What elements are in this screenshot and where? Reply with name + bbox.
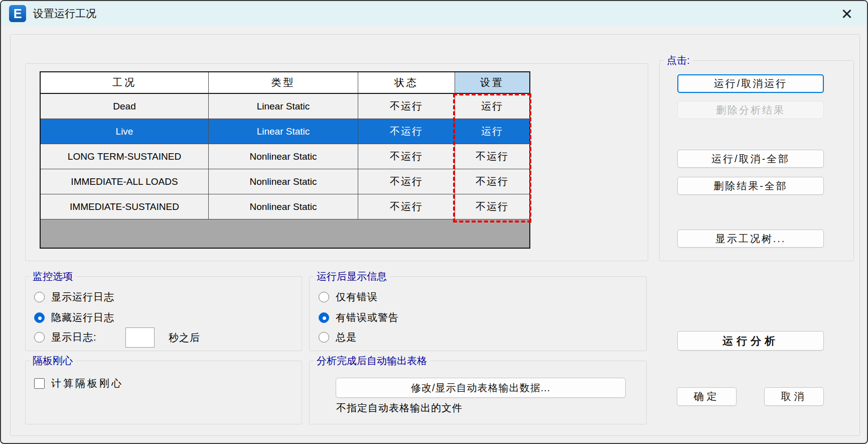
- run-cancel-run-button[interactable]: 运行/取消运行: [677, 74, 824, 93]
- cell-set-action[interactable]: 不运行: [455, 194, 529, 219]
- auto-table-output-title: 分析完成后自动输出表格: [314, 354, 430, 367]
- cell-set-action[interactable]: 不运行: [455, 169, 529, 194]
- run-analysis-button[interactable]: 运行分析: [677, 331, 824, 351]
- cell-status: 不运行: [358, 194, 455, 219]
- seconds-suffix-label: 秒之后: [169, 331, 200, 345]
- cell-case: IMMEDIATE-SUSTAINED: [41, 194, 209, 219]
- table-row-immediate-sustained[interactable]: IMMEDIATE-SUSTAINED Nonlinear Static 不运行…: [41, 194, 529, 219]
- radio-label: 显示日志:: [51, 330, 97, 344]
- diaphragm-center-title: 隔板刚心: [30, 354, 76, 367]
- cell-case: Live: [41, 119, 209, 144]
- col-header-case: 工况: [41, 72, 209, 94]
- radio-only-errors[interactable]: 仅有错误: [319, 290, 378, 303]
- close-icon[interactable]: ✕: [838, 5, 856, 23]
- checkbox-label: 计算隔板刚心: [51, 377, 123, 390]
- titlebar: E 设置运行工况 ✕: [1, 1, 867, 26]
- radio-icon: [34, 332, 45, 343]
- modify-show-auto-table-output-button[interactable]: 修改/显示自动表格输出数据...: [336, 378, 626, 398]
- click-group-title: 点击:: [664, 54, 693, 67]
- auto-table-output-note: 不指定自动表格输出的文件: [336, 401, 463, 415]
- log-seconds-input[interactable]: [125, 327, 155, 348]
- load-case-table: 工况 类型 状态 设置 Dead Linear Static 不运行 运行 Li…: [40, 71, 530, 249]
- radio-show-log-after[interactable]: 显示日志:: [34, 330, 97, 344]
- delete-results-all-button[interactable]: 删除结果-全部: [677, 177, 824, 195]
- radio-icon: [34, 292, 45, 302]
- set-load-cases-dialog: E 设置运行工况 ✕ 工况 类型 状态 设置 Dead Linear Stati…: [0, 0, 868, 444]
- cell-set-action[interactable]: 运行: [455, 94, 529, 119]
- cell-case: IMMEDIATE-ALL LOADS: [41, 169, 209, 194]
- show-load-case-tree-button[interactable]: 显示工况树...: [677, 230, 824, 248]
- window-title: 设置运行工况: [33, 7, 96, 21]
- radio-label: 显示运行日志: [51, 290, 114, 304]
- radio-label: 仅有错误: [336, 290, 378, 304]
- cell-status: 不运行: [358, 119, 455, 144]
- run-cancel-all-button[interactable]: 运行/取消-全部: [677, 150, 824, 168]
- table-row-live[interactable]: Live Linear Static 不运行 运行: [41, 119, 529, 144]
- col-header-type: 类型: [209, 72, 358, 94]
- checkbox-icon: [34, 378, 45, 389]
- radio-icon: [319, 292, 329, 302]
- cell-set-action[interactable]: 运行: [455, 119, 529, 144]
- monitor-options-title: 监控选项: [30, 270, 76, 283]
- delete-analysis-results-button: 删除分析结果: [677, 101, 824, 119]
- table-empty-area: [41, 219, 529, 248]
- cell-type: Nonlinear Static: [209, 194, 358, 219]
- radio-always[interactable]: 总是: [319, 330, 357, 344]
- cell-type: Nonlinear Static: [209, 169, 358, 194]
- table-header-row: 工况 类型 状态 设置: [41, 72, 529, 94]
- radio-icon-checked: [34, 312, 45, 323]
- calc-diaphragm-center-checkbox[interactable]: 计算隔板刚心: [34, 377, 123, 390]
- ok-button[interactable]: 确定: [677, 387, 737, 406]
- cell-set-action[interactable]: 不运行: [455, 144, 529, 169]
- cell-case: LONG TERM-SUSTAINED: [41, 144, 209, 169]
- cell-type: Nonlinear Static: [209, 144, 358, 169]
- cell-status: 不运行: [358, 144, 455, 169]
- radio-icon: [319, 332, 329, 343]
- cell-status: 不运行: [358, 94, 455, 119]
- table-row-dead[interactable]: Dead Linear Static 不运行 运行: [41, 94, 529, 119]
- cell-case: Dead: [41, 94, 209, 119]
- radio-label: 隐藏运行日志: [51, 311, 114, 324]
- etabs-app-icon: E: [9, 5, 26, 22]
- radio-errors-or-warnings[interactable]: 有错误或警告: [319, 311, 399, 324]
- radio-show-run-log[interactable]: 显示运行日志: [34, 290, 114, 303]
- radio-label: 有错误或警告: [336, 311, 399, 324]
- diaphragm-center-groupbox: 隔板刚心: [25, 361, 302, 424]
- cancel-button[interactable]: 取消: [764, 387, 824, 406]
- cell-status: 不运行: [358, 169, 455, 194]
- cell-type: Linear Static: [209, 119, 358, 144]
- col-header-status: 状态: [358, 72, 455, 94]
- radio-hide-run-log[interactable]: 隐藏运行日志: [34, 311, 114, 324]
- col-header-set: 设置: [455, 72, 529, 94]
- after-run-message-title: 运行后显示信息: [314, 270, 390, 283]
- table-row-long-term-sustained[interactable]: LONG TERM-SUSTAINED Nonlinear Static 不运行…: [41, 144, 529, 169]
- cell-type: Linear Static: [209, 94, 358, 119]
- table-row-immediate-all-loads[interactable]: IMMEDIATE-ALL LOADS Nonlinear Static 不运行…: [41, 169, 529, 194]
- radio-label: 总是: [336, 330, 357, 344]
- radio-icon-checked: [319, 312, 329, 323]
